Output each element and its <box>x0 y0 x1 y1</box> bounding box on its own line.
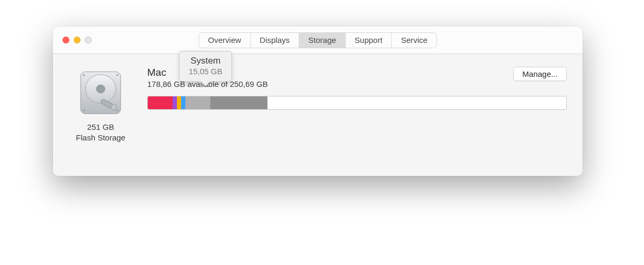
minimize-button[interactable] <box>74 37 80 43</box>
storage-segment-other[interactable] <box>173 96 177 109</box>
svg-point-5 <box>83 74 85 76</box>
svg-point-8 <box>117 110 119 112</box>
drive-label: 251 GB Flash Storage <box>76 122 125 143</box>
content-area: 251 GB Flash Storage System 15,05 GB Mac… <box>53 54 583 176</box>
tab-service[interactable]: Service <box>392 33 436 48</box>
tab-support[interactable]: Support <box>346 33 392 48</box>
tab-bar: OverviewDisplaysStorageSupportService <box>199 32 437 48</box>
drive-type: Flash Storage <box>76 132 125 143</box>
close-button[interactable] <box>62 37 69 43</box>
storage-segment-media[interactable] <box>181 96 185 109</box>
tooltip-value: 15,05 GB <box>188 67 223 76</box>
manage-button[interactable]: Manage... <box>513 67 567 81</box>
main-column: System 15,05 GB Mac 178,86 GB available … <box>147 67 567 110</box>
storage-segment-system[interactable] <box>185 96 210 109</box>
storage-tooltip: System 15,05 GB <box>179 51 232 82</box>
tab-displays[interactable]: Displays <box>251 33 299 48</box>
tooltip-title: System <box>188 56 223 66</box>
svg-point-7 <box>83 110 85 112</box>
drive-capacity: 251 GB <box>76 122 125 132</box>
storage-bar[interactable] <box>147 96 567 110</box>
svg-point-4 <box>111 104 117 110</box>
fullscreen-button[interactable] <box>85 37 92 43</box>
titlebar: OverviewDisplaysStorageSupportService <box>53 26 583 54</box>
svg-point-2 <box>96 85 105 93</box>
traffic-lights <box>62 37 92 43</box>
storage-segment-other2[interactable] <box>210 96 267 109</box>
about-this-mac-window: OverviewDisplaysStorageSupportService <box>53 26 583 176</box>
storage-segment-apps[interactable] <box>148 96 173 109</box>
storage-segment-photos[interactable] <box>177 96 181 109</box>
drive-icon <box>77 69 124 117</box>
svg-point-6 <box>117 74 119 76</box>
tab-overview[interactable]: Overview <box>199 33 251 48</box>
drive-column: 251 GB Flash Storage <box>69 67 132 143</box>
tab-storage[interactable]: Storage <box>299 33 346 48</box>
